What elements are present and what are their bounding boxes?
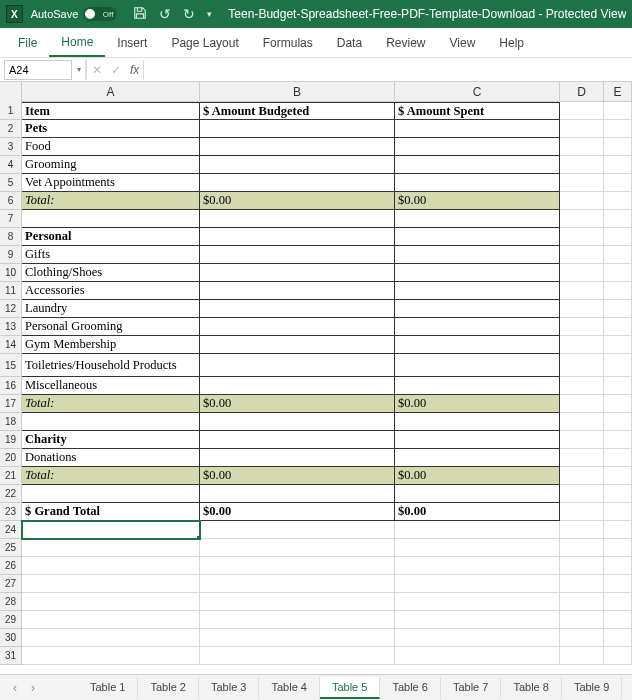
cell[interactable] — [560, 318, 604, 336]
ribbon-tab-data[interactable]: Data — [325, 28, 374, 57]
namebox-dropdown-icon[interactable]: ▾ — [72, 60, 86, 80]
cell[interactable]: Clothing/Shoes — [22, 264, 200, 282]
cell[interactable] — [604, 575, 632, 593]
cell[interactable]: Pets — [22, 120, 200, 138]
row-header[interactable]: 31 — [0, 647, 22, 665]
cell[interactable] — [604, 467, 632, 485]
cell[interactable] — [395, 210, 560, 228]
col-header-e[interactable]: E — [604, 82, 632, 101]
ribbon-tab-help[interactable]: Help — [487, 28, 536, 57]
cell[interactable] — [604, 318, 632, 336]
cell[interactable] — [604, 377, 632, 395]
cell[interactable] — [200, 611, 395, 629]
cell[interactable] — [604, 647, 632, 665]
cell[interactable]: Personal Grooming — [22, 318, 200, 336]
row-header[interactable]: 6 — [0, 192, 22, 210]
row-header[interactable]: 30 — [0, 629, 22, 647]
ribbon-tab-file[interactable]: File — [6, 28, 49, 57]
cell[interactable] — [560, 539, 604, 557]
cell[interactable] — [604, 246, 632, 264]
cell[interactable] — [560, 138, 604, 156]
cell[interactable] — [200, 575, 395, 593]
cell[interactable] — [22, 629, 200, 647]
cell[interactable] — [395, 156, 560, 174]
cell[interactable] — [604, 629, 632, 647]
cell[interactable]: $0.00 — [395, 395, 560, 413]
cell[interactable] — [200, 413, 395, 431]
cell[interactable] — [395, 246, 560, 264]
cell[interactable]: Item — [22, 102, 200, 120]
ribbon-tab-page-layout[interactable]: Page Layout — [159, 28, 250, 57]
row-header[interactable]: 1 — [0, 102, 22, 120]
row-header[interactable]: 7 — [0, 210, 22, 228]
cell[interactable] — [395, 575, 560, 593]
sheet-tab-table-2[interactable]: Table 2 — [138, 677, 198, 699]
row-header[interactable]: 29 — [0, 611, 22, 629]
cell[interactable] — [200, 354, 395, 377]
ribbon-tab-insert[interactable]: Insert — [105, 28, 159, 57]
cell[interactable] — [604, 431, 632, 449]
cell[interactable] — [604, 557, 632, 575]
cell[interactable] — [560, 156, 604, 174]
row-header[interactable]: 11 — [0, 282, 22, 300]
cell[interactable] — [395, 593, 560, 611]
cell[interactable] — [22, 593, 200, 611]
cell[interactable] — [395, 354, 560, 377]
cell[interactable]: $ Amount Budgeted — [200, 102, 395, 120]
select-all-corner[interactable] — [0, 82, 22, 102]
cell[interactable] — [560, 210, 604, 228]
cell[interactable]: Gym Membership — [22, 336, 200, 354]
cell[interactable] — [604, 282, 632, 300]
cell[interactable] — [560, 485, 604, 503]
cell[interactable] — [200, 282, 395, 300]
cell[interactable] — [395, 300, 560, 318]
cell[interactable] — [560, 120, 604, 138]
row-header[interactable]: 3 — [0, 138, 22, 156]
cell[interactable] — [395, 485, 560, 503]
row-header[interactable]: 26 — [0, 557, 22, 575]
cell[interactable] — [604, 138, 632, 156]
cell[interactable] — [604, 228, 632, 246]
row-header[interactable]: 17 — [0, 395, 22, 413]
ribbon-tab-review[interactable]: Review — [374, 28, 437, 57]
cell[interactable] — [395, 318, 560, 336]
cell[interactable] — [22, 521, 200, 539]
cell[interactable] — [560, 449, 604, 467]
cell[interactable] — [200, 228, 395, 246]
sheet-next-icon[interactable]: › — [24, 679, 42, 697]
cell[interactable] — [560, 282, 604, 300]
cell[interactable]: $0.00 — [395, 467, 560, 485]
cell[interactable] — [560, 102, 604, 120]
cell[interactable]: Charity — [22, 431, 200, 449]
cell[interactable] — [395, 228, 560, 246]
row-header[interactable]: 5 — [0, 174, 22, 192]
sheet-tab-table-9[interactable]: Table 9 — [562, 677, 622, 699]
cell[interactable] — [604, 156, 632, 174]
cell[interactable]: $0.00 — [200, 467, 395, 485]
cell[interactable] — [395, 336, 560, 354]
sheet-tab-table-3[interactable]: Table 3 — [199, 677, 259, 699]
cell[interactable] — [200, 557, 395, 575]
cell[interactable] — [200, 539, 395, 557]
cell[interactable]: $ Amount Spent — [395, 102, 560, 120]
cell[interactable] — [22, 611, 200, 629]
cell[interactable] — [395, 629, 560, 647]
cell[interactable] — [22, 413, 200, 431]
cell[interactable] — [395, 611, 560, 629]
cell[interactable] — [560, 336, 604, 354]
cell[interactable] — [560, 521, 604, 539]
cell[interactable] — [604, 192, 632, 210]
cell[interactable] — [200, 210, 395, 228]
cell[interactable]: $0.00 — [200, 192, 395, 210]
cell[interactable] — [200, 593, 395, 611]
formula-enter-icon[interactable]: ✓ — [106, 60, 126, 80]
cell[interactable]: Grooming — [22, 156, 200, 174]
cell[interactable] — [395, 539, 560, 557]
cell[interactable] — [560, 377, 604, 395]
cell[interactable] — [395, 449, 560, 467]
cell[interactable] — [604, 449, 632, 467]
cell[interactable] — [395, 377, 560, 395]
cell[interactable] — [560, 593, 604, 611]
cell[interactable] — [604, 210, 632, 228]
row-header[interactable]: 14 — [0, 336, 22, 354]
